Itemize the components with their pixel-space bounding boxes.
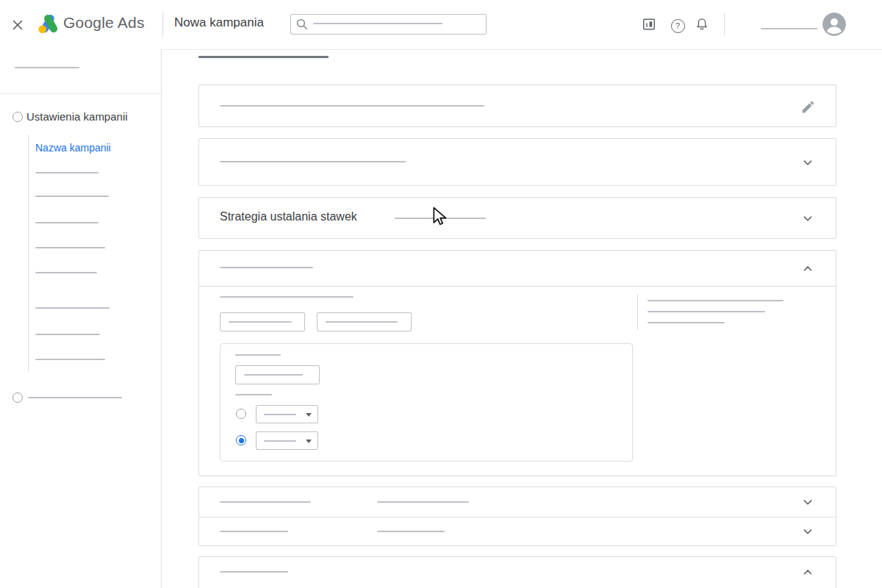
topbar: Google Ads Nowa kampania ? [0, 0, 882, 50]
avatar[interactable] [822, 12, 846, 36]
dropdown-caret-icon [306, 413, 312, 417]
card-section-2[interactable] [198, 138, 836, 186]
bidding-strategy-title: Strategia ustalania stawek [220, 210, 357, 223]
select-value-placeholder [264, 440, 296, 442]
dropdown-caret-icon [306, 440, 312, 443]
dropdown-select-2[interactable] [256, 431, 318, 450]
chevron-down-icon[interactable] [799, 209, 817, 227]
section-title-placeholder [220, 571, 288, 573]
sidebar-item-campaign-name[interactable]: Nazwa kampanii [35, 142, 111, 154]
input-value-placeholder [244, 374, 303, 376]
input-value-placeholder [326, 321, 398, 323]
chevron-up-icon[interactable] [799, 259, 817, 277]
sidebar-item-placeholder[interactable] [35, 359, 105, 360]
input-value-placeholder [229, 321, 292, 323]
card-bidding-strategy[interactable]: Strategia ustalania stawek [198, 197, 836, 239]
section-title-placeholder [220, 267, 313, 268]
card-section-6[interactable] [199, 517, 836, 547]
text-input-2[interactable] [317, 312, 412, 331]
chevron-down-icon[interactable] [799, 523, 817, 540]
sidebar-step-placeholder[interactable] [15, 67, 79, 68]
card-sections-5-6 [198, 487, 836, 546]
card-section-7-expanded[interactable] [198, 556, 836, 588]
edit-pencil-icon[interactable] [799, 98, 817, 115]
dropdown-select-1[interactable] [256, 405, 318, 423]
sidebar: Ustawienia kampanii Nazwa kampanii [0, 49, 162, 588]
search-input[interactable] [290, 14, 487, 35]
step-circle-icon [12, 112, 23, 122]
search-placeholder-line [313, 23, 442, 24]
google-ads-logo-icon [38, 13, 60, 37]
chevron-up-icon[interactable] [799, 563, 817, 581]
sidebar-item-next-step[interactable] [0, 389, 161, 406]
topbar-divider [162, 12, 163, 37]
step-circle-icon [12, 392, 23, 403]
help-text-placeholder [648, 311, 765, 312]
sidebar-item-placeholder[interactable] [35, 222, 98, 223]
panel-label-placeholder [235, 394, 272, 395]
text-input-1[interactable] [220, 312, 305, 331]
page-title: Nowa kampania [174, 15, 264, 30]
sidebar-item-placeholder[interactable] [35, 272, 97, 273]
chevron-down-icon[interactable] [799, 154, 817, 171]
close-icon[interactable] [9, 16, 26, 34]
app-name: Google Ads [63, 14, 145, 32]
campaign-name-placeholder [220, 105, 484, 107]
bidding-value-placeholder [395, 218, 486, 219]
chevron-down-icon[interactable] [799, 493, 817, 511]
sidebar-item-placeholder[interactable] [35, 172, 98, 173]
help-text-placeholder [648, 300, 784, 301]
search-icon [295, 18, 309, 34]
sidebar-divider [0, 93, 161, 94]
panel-text-input[interactable] [235, 365, 320, 384]
sidebar-item-placeholder[interactable] [35, 307, 110, 309]
options-panel [220, 343, 633, 462]
sidebar-step-label-placeholder [28, 397, 122, 398]
account-info-placeholder [761, 28, 817, 29]
sidebar-item-placeholder[interactable] [35, 196, 109, 197]
section-value-placeholder [377, 531, 445, 532]
sidebar-tree-line [28, 135, 29, 371]
content-title-placeholder [198, 56, 329, 58]
section-title-placeholder [220, 531, 288, 532]
help-icon[interactable]: ? [669, 17, 686, 35]
radio-option-1[interactable] [236, 409, 246, 419]
card-section-4-expanded [198, 250, 836, 476]
reports-icon[interactable] [640, 15, 658, 33]
card-section-5[interactable] [199, 487, 836, 517]
panel-label-placeholder [235, 354, 281, 356]
section-value-placeholder [377, 501, 469, 503]
sidebar-item-campaign-settings[interactable]: Ustawienia kampanii [0, 107, 161, 127]
card-campaign-name[interactable] [198, 85, 836, 127]
google-ads-new-campaign-screen: Google Ads Nowa kampania ? [0, 0, 882, 588]
notifications-bell-icon[interactable] [693, 15, 711, 33]
help-panel-divider [637, 294, 638, 330]
card-header-divider [199, 286, 836, 287]
topbar-divider-2 [724, 13, 725, 35]
sidebar-item-placeholder[interactable] [35, 334, 100, 335]
radio-option-2-selected[interactable] [236, 435, 246, 445]
help-glyph: ? [671, 19, 685, 33]
sidebar-section-label: Ustawienia kampanii [26, 110, 128, 123]
field-group-label-placeholder [220, 296, 354, 298]
select-value-placeholder [264, 414, 296, 415]
section-title-placeholder [220, 501, 311, 503]
help-text-placeholder [648, 322, 725, 323]
sidebar-item-placeholder[interactable] [35, 247, 105, 248]
section-title-placeholder [220, 161, 406, 162]
